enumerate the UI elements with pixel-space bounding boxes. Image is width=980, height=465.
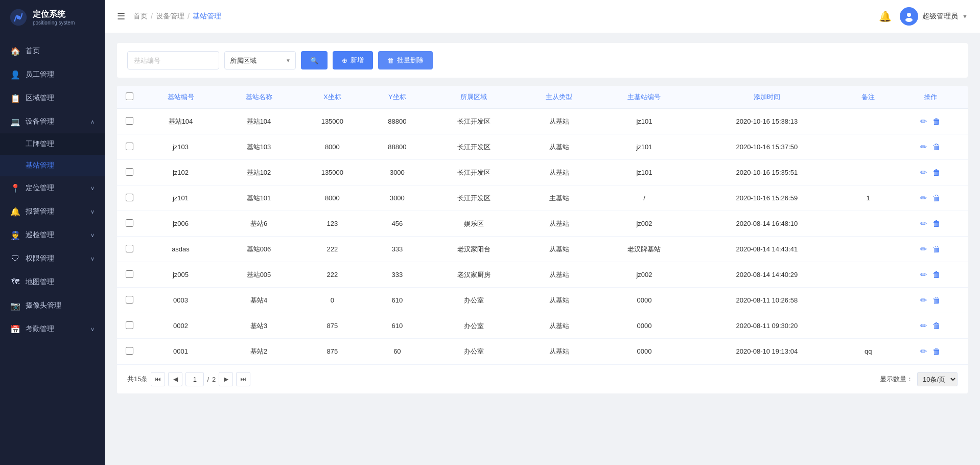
delete-button[interactable]: 🗑 [930, 346, 943, 357]
svg-point-1 [16, 15, 20, 19]
edit-button[interactable]: ✏ [918, 115, 929, 127]
sidebar-item-badge[interactable]: 工牌管理 [0, 133, 105, 155]
first-page-button[interactable]: ⏮ [151, 372, 165, 386]
row-checkbox[interactable] [126, 143, 133, 150]
sidebar-item-location[interactable]: 📍 定位管理 ∨ [0, 176, 105, 200]
delete-button[interactable]: 🗑 [930, 142, 943, 153]
header-x[interactable]: X坐标 [298, 86, 367, 109]
edit-button[interactable]: ✏ [918, 243, 929, 255]
header-name[interactable]: 基站名称 [220, 86, 298, 109]
row-checkbox[interactable] [126, 321, 133, 329]
row-type: 从基站 [520, 288, 598, 313]
delete-button[interactable]: 🗑 [930, 269, 943, 281]
header-type[interactable]: 主从类型 [520, 86, 598, 109]
sidebar-item-camera[interactable]: 📷 摄像头管理 [0, 294, 105, 317]
breadcrumb-home[interactable]: 首页 [133, 12, 148, 21]
patrol-chevron: ∨ [90, 232, 95, 239]
user-info[interactable]: 超级管理员 ▼ [900, 7, 968, 26]
delete-button[interactable]: 🗑 [930, 218, 943, 229]
search-input[interactable] [127, 51, 219, 69]
search-button[interactable]: 🔍 [301, 51, 328, 69]
row-master: / [598, 185, 691, 211]
delete-button[interactable]: 🗑 [930, 116, 943, 127]
menu-toggle-icon[interactable]: ☰ [117, 11, 125, 22]
sidebar-item-attendance[interactable]: 📅 考勤管理 ∨ [0, 317, 105, 341]
main-content: ☰ 首页 / 设备管理 / 基站管理 🔔 超级管理员 ▼ [105, 0, 980, 465]
row-checkbox[interactable] [126, 168, 133, 176]
sidebar-item-permission[interactable]: 🛡 权限管理 ∨ [0, 247, 105, 270]
page-size-select[interactable]: 10条/页 20条/页 50条/页 [917, 372, 958, 386]
sidebar-item-staff[interactable]: 👤 员工管理 [0, 63, 105, 86]
header-id[interactable]: 基站编号 [142, 86, 220, 109]
delete-button[interactable]: 🗑 [930, 193, 943, 204]
area-select[interactable]: 所属区域 长江开发区 娱乐区 老汉家阳台 老汉家厨房 办公室 [224, 51, 296, 69]
add-button[interactable]: ⊕ 新增 [333, 51, 373, 69]
next-page-button[interactable]: ▶ [219, 372, 233, 386]
row-check [117, 211, 142, 237]
page-number-input[interactable] [185, 372, 204, 386]
last-page-button[interactable]: ⏭ [236, 372, 250, 386]
row-name: 基站3 [220, 313, 298, 339]
device-chevron: ∧ [90, 119, 95, 125]
header-left: ☰ 首页 / 设备管理 / 基站管理 [117, 11, 221, 22]
row-id: jz102 [142, 160, 220, 185]
row-checkbox[interactable] [126, 219, 133, 227]
row-y: 3000 [367, 160, 428, 185]
delete-button[interactable]: 🗑 [930, 320, 943, 332]
user-name: 超级管理员 [922, 12, 958, 21]
row-checkbox[interactable] [126, 270, 133, 278]
row-checkbox[interactable] [126, 245, 133, 252]
location-icon: 📍 [10, 183, 20, 193]
edit-button[interactable]: ✏ [918, 141, 929, 153]
edit-button[interactable]: ✏ [918, 192, 929, 204]
select-all-checkbox[interactable] [126, 92, 133, 100]
sidebar-item-map[interactable]: 🗺 地图管理 [0, 270, 105, 294]
sidebar-item-patrol[interactable]: 👮 巡检管理 ∨ [0, 223, 105, 247]
sidebar-menu: 🏠 首页 👤 员工管理 📋 区域管理 💻 设备管理 ∧ 工牌管理 基站管理 📍 [0, 35, 105, 465]
header-y[interactable]: Y坐标 [367, 86, 428, 109]
table-header-row: 基站编号 基站名称 X坐标 Y坐标 所属区域 主从类型 主基站编号 添加时间 备… [117, 86, 968, 109]
sidebar-item-station[interactable]: 基站管理 [0, 155, 105, 176]
header-area[interactable]: 所属区域 [428, 86, 520, 109]
sidebar-item-device[interactable]: 💻 设备管理 ∧ [0, 110, 105, 133]
sidebar-item-alarm[interactable]: 🔔 报警管理 ∨ [0, 200, 105, 223]
row-x: 123 [298, 211, 367, 237]
row-checkbox[interactable] [126, 117, 133, 125]
prev-page-button[interactable]: ◀ [168, 372, 182, 386]
row-checkbox[interactable] [126, 194, 133, 201]
row-check [117, 109, 142, 134]
row-y: 3000 [367, 185, 428, 211]
row-check [117, 134, 142, 160]
breadcrumb-device[interactable]: 设备管理 [156, 12, 184, 21]
delete-button[interactable]: 🗑 [930, 244, 943, 255]
row-id: jz103 [142, 134, 220, 160]
edit-button[interactable]: ✏ [918, 320, 929, 332]
header-remark[interactable]: 备注 [843, 86, 893, 109]
row-id: 0002 [142, 313, 220, 339]
station-table: 基站编号 基站名称 X坐标 Y坐标 所属区域 主从类型 主基站编号 添加时间 备… [117, 86, 968, 364]
row-checkbox[interactable] [126, 296, 133, 304]
row-area: 长江开发区 [428, 134, 520, 160]
alarm-icon: 🔔 [10, 206, 20, 217]
header-action[interactable]: 操作 [893, 86, 968, 109]
row-name: 基站6 [220, 211, 298, 237]
delete-button[interactable]: 🗑 [930, 167, 943, 178]
delete-button[interactable]: 🗑 [930, 295, 943, 306]
row-time: 2020-10-16 15:35:51 [690, 160, 843, 185]
sidebar-item-home[interactable]: 🏠 首页 [0, 39, 105, 63]
edit-button[interactable]: ✏ [918, 294, 929, 306]
row-time: 2020-08-11 10:26:58 [690, 288, 843, 313]
sidebar-item-area[interactable]: 📋 区域管理 [0, 86, 105, 110]
edit-button[interactable]: ✏ [918, 269, 929, 281]
notification-icon[interactable]: 🔔 [879, 10, 892, 22]
row-id: jz006 [142, 211, 220, 237]
header-master[interactable]: 主基站编号 [598, 86, 691, 109]
breadcrumb-sep1: / [151, 12, 153, 20]
sidebar-label-home: 首页 [26, 46, 95, 56]
batch-delete-button[interactable]: 🗑 批量删除 [378, 51, 433, 69]
edit-button[interactable]: ✏ [918, 167, 929, 178]
edit-button[interactable]: ✏ [918, 218, 929, 229]
row-checkbox[interactable] [126, 347, 133, 355]
edit-button[interactable]: ✏ [918, 345, 929, 357]
header-time[interactable]: 添加时间 [690, 86, 843, 109]
